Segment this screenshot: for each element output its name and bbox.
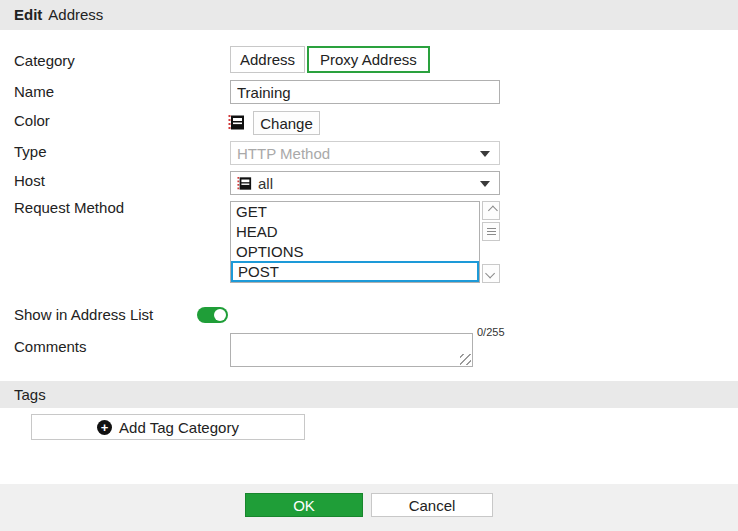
request-method-list: GET HEAD OPTIONS POST — [230, 201, 480, 283]
request-method-label: Request Method — [14, 199, 124, 216]
request-method-option-get[interactable]: GET — [231, 202, 479, 222]
address-object-icon — [237, 176, 252, 191]
request-method-option-post-selected[interactable]: POST — [231, 261, 479, 282]
grip-lines-icon — [487, 228, 496, 235]
comments-textarea[interactable] — [230, 333, 473, 367]
ok-button[interactable]: OK — [245, 493, 363, 517]
type-dropdown-value: HTTP Method — [237, 145, 330, 162]
scrollbar-thumb[interactable] — [482, 222, 500, 241]
host-label: Host — [14, 172, 45, 189]
add-tag-category-label: Add Tag Category — [119, 419, 239, 436]
tags-section-header: Tags — [0, 381, 738, 408]
color-change-button[interactable]: Change — [253, 111, 320, 135]
scroll-down-button[interactable] — [482, 264, 500, 283]
host-dropdown[interactable]: all — [230, 171, 500, 195]
dialog-title-action: Edit — [14, 6, 42, 23]
chevron-down-icon — [480, 181, 490, 187]
category-button-group: Address Proxy Address — [230, 46, 430, 73]
name-label: Name — [14, 83, 54, 100]
edit-address-dialog: EditAddress Category Name Color Type Hos… — [0, 0, 738, 531]
type-dropdown[interactable]: HTTP Method — [230, 141, 500, 165]
plus-circle-icon: + — [97, 420, 112, 435]
type-label: Type — [14, 143, 47, 160]
address-object-icon — [228, 114, 245, 131]
chevron-down-icon — [485, 269, 495, 279]
name-input[interactable] — [230, 80, 500, 104]
request-method-option-head[interactable]: HEAD — [231, 222, 479, 242]
scroll-up-button[interactable] — [482, 201, 500, 220]
category-option-proxy-address[interactable]: Proxy Address — [307, 46, 430, 73]
request-method-option-options[interactable]: OPTIONS — [231, 242, 479, 262]
chevron-down-icon — [480, 151, 490, 157]
comments-label: Comments — [14, 338, 87, 355]
add-tag-category-button[interactable]: + Add Tag Category — [31, 414, 305, 440]
host-dropdown-value: all — [258, 175, 273, 192]
dialog-title-bar: EditAddress — [0, 0, 738, 30]
toggle-knob — [214, 309, 226, 321]
color-label: Color — [14, 112, 50, 129]
cancel-button[interactable]: Cancel — [371, 493, 493, 517]
show-in-address-list-toggle[interactable] — [197, 307, 228, 323]
dialog-footer: OK Cancel — [0, 484, 738, 531]
category-label: Category — [14, 52, 75, 69]
chevron-up-icon — [487, 206, 497, 216]
comments-char-counter: 0/255 — [477, 326, 505, 338]
dialog-title-object: Address — [48, 6, 103, 23]
show-in-address-list-label: Show in Address List — [14, 306, 153, 323]
category-option-address[interactable]: Address — [230, 46, 305, 73]
request-method-scrollbar — [482, 201, 500, 283]
